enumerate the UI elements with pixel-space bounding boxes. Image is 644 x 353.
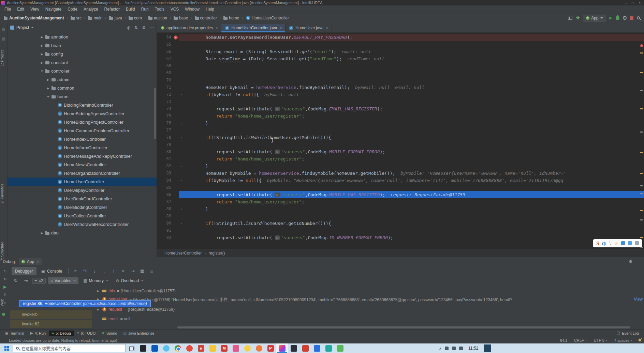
tree-item-admin[interactable]: ▶admin — [8, 75, 157, 84]
expand-chevron-icon[interactable]: ▶ — [97, 308, 100, 311]
gutter-icon-slot[interactable] — [173, 198, 179, 205]
taskbar-app-6[interactable]: e — [195, 343, 207, 353]
close-button[interactable]: × — [639, 1, 641, 5]
code-line-85[interactable]: 85 — [157, 184, 644, 191]
stop-button[interactable] — [630, 16, 633, 20]
code-line-66[interactable]: 66 String email = (String) SessionUtil.g… — [157, 48, 644, 55]
code-line-83[interactable]: 83 HomeUser byMobile = homeUserService.f… — [157, 170, 644, 177]
layout-settings-icon[interactable]: ≣ — [148, 268, 156, 274]
menu-refactor[interactable]: Refactor — [101, 6, 123, 12]
tree-item-HomeNewsController[interactable]: CHomeNewsController — [8, 160, 157, 169]
crumb-AuctionSystemManagement[interactable]: AuctionSystemManagement — [3, 15, 65, 21]
menu-navigate[interactable]: Navigate — [42, 6, 64, 12]
sogou-logo-icon[interactable]: S — [596, 241, 599, 246]
taskbar-app-17[interactable] — [323, 343, 334, 353]
maximize-button[interactable]: □ — [632, 1, 634, 5]
ime-mic-icon[interactable] — [621, 241, 625, 245]
gutter-icon-slot[interactable] — [173, 120, 179, 127]
code-line-67[interactable]: 67 Date sendTime = (Date) SessionUtil.ge… — [157, 55, 644, 62]
project-panel-title[interactable]: Project — [16, 25, 29, 30]
menu-tools[interactable]: Tools — [152, 6, 167, 12]
code-line-76[interactable]: 76▵ } — [157, 120, 644, 127]
restore-layout-icon[interactable]: ↻ — [3, 277, 6, 281]
profiler-button[interactable] — [623, 16, 627, 20]
toolwindow-button-web[interactable]: Web — [0, 296, 8, 309]
gutter-icon-slot[interactable] — [173, 141, 179, 148]
gutter-icon-slot[interactable] — [173, 77, 179, 84]
tree-item-UserBiddingController[interactable]: CUserBiddingController — [8, 203, 157, 212]
toolwindow-button-favorites[interactable]: 2: Favorites — [0, 176, 8, 211]
tree-item-common[interactable]: ▶common — [8, 84, 157, 92]
taskbar-app-9[interactable] — [230, 343, 241, 353]
tree-item-constant[interactable]: ▶constant — [8, 58, 157, 67]
toolwindow-button-spring[interactable]: ❀Spring — [99, 331, 120, 336]
tree-item-home[interactable]: ▼home — [8, 92, 157, 101]
tray-icon-1[interactable] — [445, 347, 449, 350]
taskbar-app-14[interactable] — [288, 343, 299, 353]
tree-item-HomeOrganizationController[interactable]: CHomeOrganizationController — [8, 169, 157, 178]
code-line-86[interactable]: 86 request.setAttribute( s:"success",Cod… — [157, 191, 644, 198]
tree-item-HomeBiddingProjectController[interactable]: CHomeBiddingProjectController — [8, 118, 157, 126]
crumb-com[interactable]: com — [128, 15, 143, 21]
toolwindow-button-run[interactable]: ▶4: Run — [27, 331, 49, 336]
code-line-65[interactable]: 65 — [157, 41, 644, 48]
taskbar-app-18[interactable] — [334, 343, 346, 353]
ime-language-mode[interactable]: 中 — [602, 240, 606, 247]
close-icon[interactable]: × — [37, 260, 39, 264]
run-button[interactable]: ▶ — [610, 16, 612, 20]
debug-session-tab[interactable]: App × — [19, 258, 42, 265]
chevron-collapsed-icon[interactable]: ▶ — [46, 87, 50, 90]
force-step-into-icon[interactable]: ↓ — [100, 268, 108, 274]
gutter-icon-slot[interactable] — [173, 84, 179, 91]
gutter-icon-slot[interactable] — [173, 55, 179, 62]
code-line-69[interactable]: 69 — [157, 70, 644, 77]
code-line-89[interactable]: 89 — [157, 213, 644, 220]
taskbar-search-box[interactable]: 在这里输入你要搜索的内容 — [13, 344, 126, 352]
debug-tab-debugger[interactable]: Debugger — [12, 267, 36, 275]
code-editor[interactable]: 64✓ homeUser.setPayPassword(HomeUser.DEF… — [157, 33, 644, 249]
debug-variable-this[interactable]: ▶this= {HomeUserController@11757} — [97, 287, 643, 295]
code-line-64[interactable]: 64✓ homeUser.setPayPassword(HomeUser.DEF… — [157, 34, 644, 41]
gutter-icon-slot[interactable] — [173, 112, 179, 120]
gutter-icon-slot[interactable] — [173, 70, 179, 77]
rerun-icon[interactable]: ↻ — [3, 269, 6, 274]
fold-marker-icon[interactable]: ▿ — [179, 220, 184, 227]
code-line-79[interactable]: 79 — [157, 141, 644, 148]
debug-hide-icon[interactable]: — — [637, 259, 641, 264]
fold-marker-icon[interactable]: ▿ — [179, 134, 184, 141]
tree-item-UserAlipayController[interactable]: CUserAlipayController — [8, 186, 157, 195]
toolwindow-button-structure[interactable]: 7: Structure — [0, 234, 8, 268]
resume-icon[interactable]: ▶ — [3, 285, 6, 289]
close-tab-icon[interactable]: × — [326, 26, 328, 30]
view-link[interactable]: View — [632, 297, 643, 302]
toolwindow-toggle-icon[interactable] — [3, 339, 6, 342]
breadcrumb-method[interactable]: register() — [208, 251, 225, 256]
code-line-81[interactable]: 81 return "home/home_user/register"; — [157, 155, 644, 163]
tree-item-HomeUserController[interactable]: CHomeUserController — [8, 178, 157, 186]
step-out-icon[interactable]: ↑ — [109, 268, 118, 274]
fold-marker-icon[interactable]: ▵ — [179, 205, 184, 213]
gutter-icon-slot[interactable] — [173, 127, 179, 134]
chevron-collapsed-icon[interactable]: ▶ — [40, 61, 44, 64]
toolwindow-button-project[interactable]: 1: Project — [0, 43, 8, 74]
taskbar-app-2[interactable] — [149, 343, 160, 353]
chevron-collapsed-icon[interactable]: ▶ — [40, 52, 44, 56]
debug-tab-console[interactable]: ▣Console — [38, 267, 65, 275]
code-line-92[interactable]: 92 request.setAttribute( s:"success",Cod… — [157, 234, 644, 241]
variables-hscrollbar[interactable] — [177, 326, 630, 328]
code-line-77[interactable]: 77 — [157, 127, 644, 134]
run-configuration-select[interactable]: App — [583, 15, 606, 21]
gutter-icon-slot[interactable] — [173, 91, 179, 98]
menu-vcs[interactable]: VCS — [167, 6, 182, 12]
crumb-auction[interactable]: auction — [147, 15, 168, 21]
tree-item-HomeInformController[interactable]: CHomeInformController — [8, 143, 157, 152]
ime-punctuation-mode[interactable]: ’, — [609, 241, 611, 246]
code-line-84[interactable]: 84▿ if(byMobile != null){ byMobile: "Hom… — [157, 177, 644, 184]
menu-view[interactable]: View — [27, 6, 42, 12]
code-line-82[interactable]: 82▵ } — [157, 163, 644, 170]
chevron-collapsed-icon[interactable]: ▶ — [40, 35, 44, 39]
hide-panel-icon[interactable]: — — [150, 25, 154, 30]
start-button[interactable] — [0, 343, 13, 353]
gutter-icon-slot[interactable] — [173, 62, 179, 70]
toolwindow-button-terminal[interactable]: ▣Terminal — [2, 331, 27, 336]
